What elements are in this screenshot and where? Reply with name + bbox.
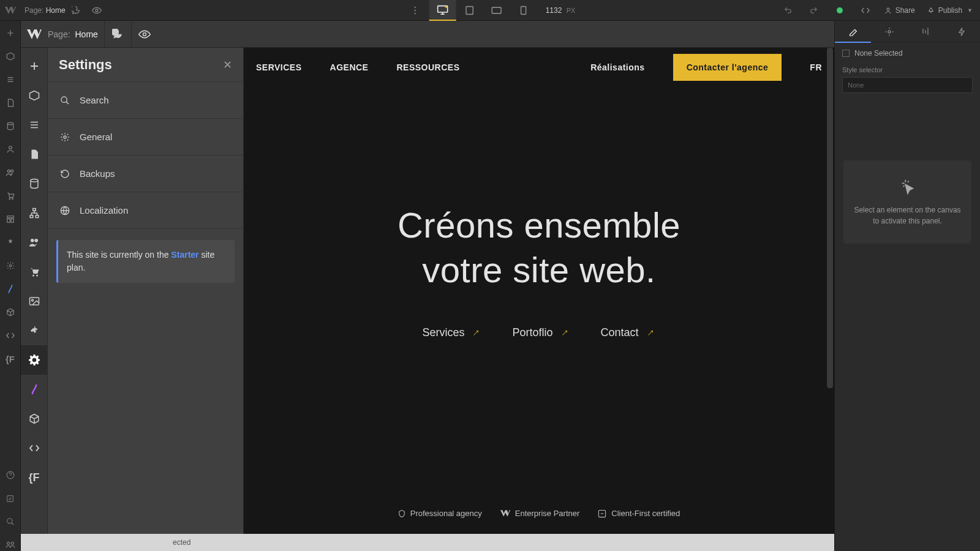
tab-style[interactable] [835,21,871,43]
nav-services[interactable]: SERVICES [256,62,302,72]
team-icon[interactable] [4,539,17,551]
editor-comment-icon[interactable] [104,21,131,48]
svg-point-13 [10,170,13,172]
share-button[interactable]: Share [881,4,919,17]
flow-icon[interactable] [4,283,17,295]
tab-interactions[interactable] [908,21,944,43]
webflow-editor-logo-icon[interactable] [21,21,48,48]
close-icon[interactable]: ✕ [223,58,232,72]
comment-icon[interactable] [66,0,86,21]
embed-icon[interactable] [4,329,17,342]
hero-link-contact[interactable]: Contact→ [601,326,656,339]
editor-database-icon[interactable] [21,169,48,198]
desktop-device-icon[interactable] [429,0,456,21]
svg-point-0 [96,9,98,12]
editor-cart-icon[interactable] [21,257,48,287]
editor-page-indicator[interactable]: Page: Home [48,29,98,39]
tablet-device-icon[interactable] [456,0,483,21]
preview-icon[interactable] [86,0,107,21]
canvas-scrollbar[interactable] [827,48,833,534]
hero-link-label: Services [422,326,464,339]
svg-point-9 [887,8,889,10]
nav-lang[interactable]: FR [810,62,822,72]
editor-flow-icon[interactable] [21,375,48,404]
settings-item-general[interactable]: General [48,119,243,156]
hero-link-services[interactable]: Services→ [422,326,481,339]
editor-users-icon[interactable] [21,228,48,257]
none-selected-row: None Selected [842,49,973,58]
editor-image-icon[interactable] [21,287,48,316]
tab-effects[interactable] [944,21,980,43]
settings-item-backups[interactable]: Backups [48,156,243,192]
style-selector-input[interactable]: None [842,77,973,93]
code-export-icon[interactable] [855,0,876,21]
add-icon[interactable] [4,27,17,39]
settings-gear-icon[interactable] [4,260,17,272]
arrow-icon: → [468,324,485,342]
svg-point-12 [7,170,10,172]
page-indicator[interactable]: Page: Home [24,6,66,15]
person-icon[interactable] [4,143,17,156]
canvas[interactable]: SERVICES AGENCE RESSOURCES Réalisations … [244,48,834,534]
undo-icon[interactable] [778,0,799,21]
svg-point-19 [9,264,12,267]
template-icon[interactable] [4,213,17,225]
hero-line2: votre site web. [422,250,655,290]
badge-professional: Professional agency [398,509,482,518]
variables-icon[interactable]: {F [4,353,17,365]
checkbox-icon[interactable] [842,50,850,57]
page-icon[interactable] [4,97,17,109]
editor-add-icon[interactable] [21,51,48,81]
more-icon[interactable] [405,0,426,21]
redo-icon[interactable] [804,0,824,21]
search-bottom-icon[interactable] [4,515,17,528]
settings-item-label: Localization [80,205,128,216]
mobile-device-icon[interactable] [510,0,537,21]
nav-agence[interactable]: AGENCE [330,62,369,72]
tablet-landscape-device-icon[interactable] [483,0,510,21]
svg-point-26 [31,179,38,182]
editor-sitemap-icon[interactable] [21,198,48,228]
tab-settings[interactable] [871,21,907,43]
svg-rect-17 [7,219,10,222]
svg-point-5 [445,6,447,7]
editor-list-icon[interactable] [21,110,48,140]
editor-settings-icon[interactable] [21,345,48,375]
editor-box-icon[interactable] [21,81,48,110]
svg-point-22 [7,519,12,523]
svg-point-32 [32,275,34,277]
cube-icon[interactable] [4,306,17,318]
list-icon[interactable] [4,73,17,86]
svg-point-35 [31,299,33,301]
editor-variables-icon[interactable]: {F [21,463,48,492]
editor-plugin-icon[interactable] [21,316,48,345]
nav-cta-button[interactable]: Contacter l'agence [673,54,782,81]
editor-cube-icon[interactable] [21,404,48,433]
plugin-icon[interactable] [4,236,17,249]
nav-realisations[interactable]: Réalisations [590,62,644,72]
webflow-logo-icon[interactable] [0,0,21,21]
box-icon[interactable] [4,50,17,62]
style-panel-tabs [835,21,980,43]
site-preview: SERVICES AGENCE RESSOURCES Réalisations … [244,48,834,534]
checkbox-icon[interactable] [4,492,17,504]
svg-point-33 [36,275,38,277]
status-ok-icon[interactable] [829,0,850,21]
editor-preview-icon[interactable] [131,21,158,48]
editor-embed-icon[interactable] [21,433,48,463]
settings-item-search[interactable]: Search [48,82,243,119]
plan-link[interactable]: Starter [171,250,198,260]
hero-section: Créons ensemble votre site web. Services… [244,87,834,376]
editor-page-icon[interactable] [21,140,48,169]
hero-link-portfolio[interactable]: Portoflio→ [512,326,570,339]
publish-button[interactable]: Publish ▼ [924,4,976,17]
cart-icon[interactable] [4,190,17,202]
help-icon[interactable] [4,469,17,481]
hero-line1: Créons ensemble [398,205,680,245]
panel-empty-state: Select an element on the canvas to activ… [843,160,971,244]
settings-item-localization[interactable]: Localization [48,192,243,229]
nav-ressources[interactable]: RESSOURCES [396,62,459,72]
users-icon[interactable] [4,167,17,179]
database-icon[interactable] [4,120,17,132]
style-panel: None Selected Style selector None Select… [834,21,980,551]
